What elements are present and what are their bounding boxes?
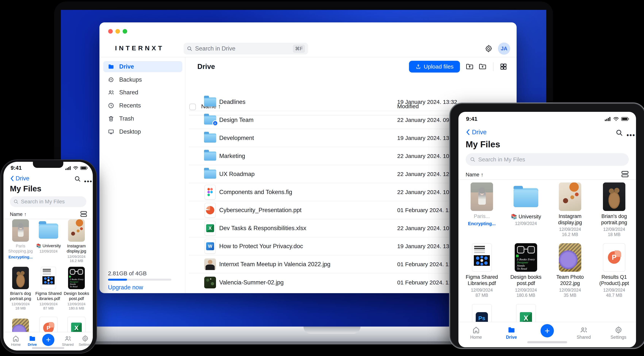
- file-name: Brian's dog portrait.png: [595, 213, 633, 226]
- more-options-icon[interactable]: •••: [626, 131, 636, 139]
- file-modified: 19 January 2024. 13:25: [397, 243, 457, 249]
- nav-home[interactable]: Home: [470, 326, 482, 340]
- list-view-toggle-icon[interactable]: [621, 171, 629, 178]
- pdf-thumbnail: [472, 243, 492, 272]
- minimize-window-button[interactable]: [116, 29, 120, 34]
- zoom-window-button[interactable]: [123, 29, 127, 34]
- upload-icon: [416, 64, 421, 69]
- file-name: Cybersecurity_Presentation.ppt: [219, 207, 302, 214]
- file-cell[interactable]: P Results Q1 (Product).ppt 12/09/2024 48…: [595, 243, 633, 298]
- sort-control[interactable]: Name↑: [466, 172, 484, 178]
- file-name: How to Protect Your Privacy.doc: [219, 243, 303, 250]
- add-button[interactable]: +: [42, 334, 54, 346]
- file-modified: 22 January 2024. 12:44: [397, 171, 457, 177]
- sort-control[interactable]: Name↑: [10, 211, 26, 217]
- file-cell[interactable]: 5 Books EveryDesigner NeedsTo Read Desig…: [63, 267, 90, 310]
- search-input[interactable]: [195, 45, 290, 52]
- folder-cell[interactable]: 📚 University 12/09/2024: [507, 182, 545, 226]
- file-cell[interactable]: Paris... Encrypting...: [463, 182, 501, 226]
- sidebar-item-desktop[interactable]: Desktop: [103, 126, 182, 137]
- file-size: 16.2 MB: [562, 232, 578, 237]
- file-cell[interactable]: Figma Shared Libraries.pdf 12/09/2024 87…: [35, 267, 62, 310]
- file-date: 12/09/2024: [515, 221, 537, 226]
- sidebar-item-backups[interactable]: Backups: [103, 74, 182, 85]
- more-options-icon[interactable]: •••: [84, 178, 92, 185]
- home-indicator[interactable]: [32, 347, 64, 349]
- nav-settings[interactable]: Settings: [610, 326, 626, 340]
- nav-drive[interactable]: Drive: [28, 335, 37, 347]
- sort-arrow-icon: ↑: [24, 211, 26, 217]
- file-name: Paris Shopping.jpg: [7, 243, 34, 254]
- new-folder-icon[interactable]: [477, 61, 488, 73]
- sidebar-item-label: Drive: [119, 63, 134, 70]
- nav-drive[interactable]: Drive: [506, 326, 517, 340]
- back-button[interactable]: Drive: [10, 175, 29, 182]
- photo-thumbnail: [559, 243, 581, 272]
- photo-thumbnail: [12, 219, 29, 242]
- file-cell[interactable]: Figma Shared Libraries.pdf 12/09/2024 87…: [463, 243, 501, 298]
- search-icon[interactable]: [74, 176, 81, 182]
- file-cell[interactable]: Paris Shopping.jpg Encrypting...: [7, 219, 34, 259]
- people-icon: [64, 335, 72, 342]
- sidebar-item-recents[interactable]: Recents: [103, 100, 182, 111]
- back-button[interactable]: Drive: [465, 129, 486, 136]
- file-size: 18 MB: [16, 306, 26, 310]
- file-cell[interactable]: Team Photo 2022.jpg 12/09/2024 35 MB: [551, 243, 589, 298]
- page-title: Drive: [197, 63, 215, 71]
- home-icon: [472, 326, 480, 334]
- file-name: Marketing: [219, 153, 245, 160]
- file-modified: 22 January 2024. 10:08: [397, 189, 457, 195]
- add-button[interactable]: +: [540, 324, 554, 337]
- pdf-thumbnail: 5 Books EveryDesigner NeedsTo Read: [515, 243, 537, 272]
- nav-home[interactable]: Home: [11, 335, 21, 347]
- file-cell[interactable]: 5 Books EveryDesigner NeedsTo Read Desig…: [507, 243, 545, 298]
- file-cell[interactable]: Brian's dog portrait.png 12/09/2024 18 M…: [7, 267, 34, 310]
- sidebar-item-label: Backups: [119, 76, 142, 83]
- grid-view-icon[interactable]: [498, 61, 510, 73]
- nav-settings[interactable]: Settings: [79, 335, 92, 347]
- nav-label: Home: [470, 335, 482, 340]
- photo-thumbnail: [202, 277, 218, 288]
- drive-search-bar[interactable]: ⌘F: [184, 43, 308, 54]
- upload-folder-icon[interactable]: [464, 61, 476, 73]
- file-date: 12/09/2024: [515, 288, 537, 293]
- file-name: Design Team: [219, 117, 254, 123]
- sidebar-item-trash[interactable]: Trash: [103, 113, 182, 124]
- file-cell[interactable]: Brian's dog portrait.png 12/09/2024 18 M…: [595, 182, 633, 237]
- file-cell[interactable]: Instagram display.jpg 12/09/2024 16.2 MB: [551, 182, 589, 237]
- photo-thumbnail: [68, 219, 85, 242]
- upgrade-link[interactable]: Upgrade now: [108, 284, 143, 291]
- upload-files-button[interactable]: Upload files: [409, 61, 460, 73]
- search-bar[interactable]: Search in My Files: [466, 153, 629, 166]
- file-size: 48.7 MB: [606, 293, 622, 298]
- close-window-button[interactable]: [108, 29, 113, 34]
- sidebar-item-drive[interactable]: Drive: [103, 61, 182, 72]
- file-name: Results Q1 (Product).ppt: [595, 274, 633, 287]
- powerpoint-thumbnail: P: [603, 243, 625, 272]
- folder-cell[interactable]: 📚 University 12/09/2024: [35, 219, 62, 253]
- divider: [493, 62, 494, 71]
- nav-shared[interactable]: Shared: [62, 335, 74, 347]
- bottom-nav: Home Drive + Shared Settings: [458, 322, 636, 347]
- search-icon[interactable]: [616, 129, 623, 137]
- file-name: Team Photo 2022.jpg: [551, 274, 589, 287]
- file-size: 180.6 MB: [516, 293, 535, 298]
- battery-icon: [80, 166, 88, 170]
- trash-icon: [108, 115, 114, 122]
- avatar[interactable]: JA: [498, 42, 510, 55]
- settings-gear-button[interactable]: [483, 43, 494, 54]
- search-placeholder: Search in My Files: [21, 199, 65, 205]
- sidebar-item-shared[interactable]: Shared: [103, 87, 182, 98]
- nav-label: Shared: [62, 343, 74, 347]
- file-date: 12/09/2024: [559, 288, 581, 293]
- photo-thumbnail: [202, 258, 218, 270]
- list-view-toggle-icon[interactable]: [80, 211, 87, 217]
- signal-icon: [66, 166, 71, 170]
- storage-usage: 2.81GB of 4GB: [108, 270, 146, 277]
- photo-thumbnail: [559, 182, 581, 211]
- file-cell[interactable]: Instagram display.jpg 12/09/2024 16.2 MB: [63, 219, 90, 263]
- nav-shared[interactable]: Shared: [577, 326, 591, 340]
- home-indicator[interactable]: [527, 341, 567, 343]
- search-bar[interactable]: Search in My Files: [10, 196, 86, 207]
- folder-icon: [39, 223, 58, 239]
